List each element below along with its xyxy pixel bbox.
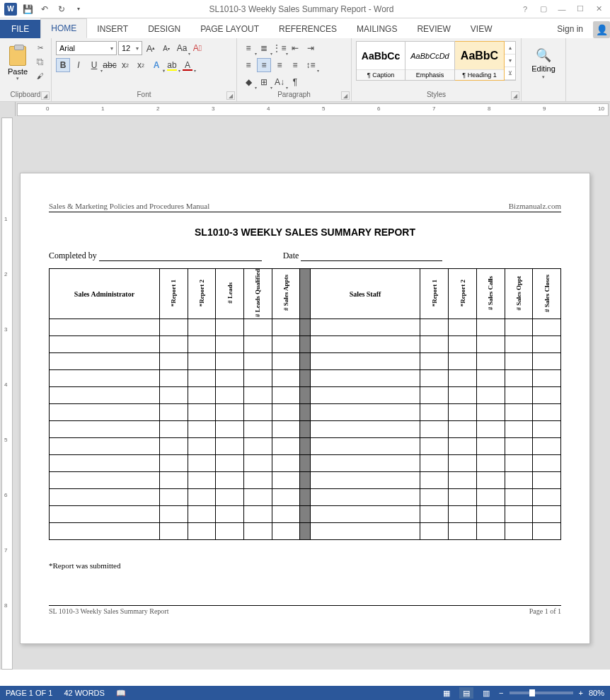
table-cell <box>300 404 310 421</box>
multilevel-list-button[interactable]: ⋮≡ <box>272 41 287 55</box>
shading-button[interactable]: ◆ <box>241 75 255 89</box>
view-print-layout[interactable]: ▤ <box>459 687 473 699</box>
save-button[interactable]: 💾 <box>20 1 35 17</box>
table-cell <box>272 353 300 370</box>
status-page[interactable]: PAGE 1 OF 1 <box>6 689 52 697</box>
styles-dialog-launcher[interactable]: ◢ <box>511 91 519 100</box>
font-size-combo[interactable]: 12▾ <box>118 41 142 55</box>
sign-in-link[interactable]: Sign in <box>550 20 590 38</box>
view-web-layout[interactable]: ▥ <box>479 687 493 699</box>
ribbon-display-options[interactable]: ▢ <box>535 2 552 16</box>
tab-review[interactable]: REVIEW <box>407 20 460 38</box>
zoom-in-button[interactable]: + <box>579 689 583 697</box>
user-avatar-icon[interactable]: 👤 <box>593 21 610 38</box>
qat-customize[interactable]: ▾ <box>71 1 86 17</box>
view-read-mode[interactable]: ▦ <box>439 687 454 699</box>
redo-button[interactable]: ↻ <box>54 1 69 17</box>
ruler-vertical[interactable]: 12345678 <box>1 117 13 670</box>
table-cell <box>449 404 477 421</box>
numbering-button[interactable]: ≣ <box>257 41 271 55</box>
clear-formatting-button[interactable]: A⃠ <box>190 41 205 55</box>
undo-button[interactable]: ↶ <box>37 1 52 17</box>
sort-button[interactable]: A↓ <box>272 75 287 89</box>
line-spacing-button[interactable]: ↕≡ <box>304 58 318 72</box>
superscript-button[interactable]: x2 <box>134 58 148 72</box>
increase-indent-button[interactable]: ⇥ <box>304 41 318 55</box>
align-left-button[interactable]: ≡ <box>241 58 255 72</box>
close-button[interactable]: ✕ <box>590 2 607 16</box>
tab-page-layout[interactable]: PAGE LAYOUT <box>190 20 269 38</box>
style-caption[interactable]: AaBbCc ¶ Caption <box>356 41 405 81</box>
table-cell <box>533 489 561 506</box>
align-right-button[interactable]: ≡ <box>272 58 287 72</box>
word-app-icon[interactable]: W <box>3 1 18 17</box>
cut-button[interactable]: ✂ <box>34 41 47 54</box>
tab-file[interactable]: FILE <box>0 20 40 38</box>
group-label-styles: Styles <box>356 91 517 100</box>
table-cell <box>420 336 449 353</box>
underline-button[interactable]: U <box>87 58 101 72</box>
table-cell <box>476 370 505 387</box>
help-button[interactable]: ? <box>517 2 534 16</box>
text-effects-button[interactable]: A <box>149 58 163 72</box>
editing-label[interactable]: Editing <box>531 64 556 73</box>
document-scroll[interactable]: Sales & Marketing Policies and Procedure… <box>16 116 610 670</box>
paragraph-dialog-launcher[interactable]: ◢ <box>341 91 350 100</box>
styles-scroll-down[interactable]: ▾ <box>505 54 515 67</box>
table-row <box>50 404 561 421</box>
font-color-button[interactable]: A <box>180 58 195 72</box>
page[interactable]: Sales & Marketing Policies and Procedure… <box>20 173 590 644</box>
grow-font-button[interactable]: A▴ <box>144 41 158 55</box>
maximize-button[interactable]: ☐ <box>572 2 589 16</box>
shrink-font-button[interactable]: A▾ <box>159 41 173 55</box>
decrease-indent-button[interactable]: ⇤ <box>288 41 302 55</box>
col-sales-oppt: # Sales Oppt <box>505 269 533 319</box>
styles-expand[interactable]: ⊻ <box>505 67 515 80</box>
format-painter-button[interactable]: 🖌 <box>34 69 47 82</box>
zoom-level[interactable]: 80% <box>589 689 604 697</box>
highlight-button[interactable]: ab <box>165 58 179 72</box>
styles-gallery-scroll[interactable]: ▴ ▾ ⊻ <box>505 41 516 81</box>
table-cell <box>505 438 533 455</box>
tab-home[interactable]: HOME <box>40 18 87 38</box>
tab-references[interactable]: REFERENCES <box>269 20 347 38</box>
styles-scroll-up[interactable]: ▴ <box>505 42 515 54</box>
find-icon[interactable]: 🔍 <box>536 47 551 63</box>
ruler-horizontal[interactable]: 012345678910 <box>17 103 609 116</box>
tab-design[interactable]: DESIGN <box>138 20 190 38</box>
status-words[interactable]: 42 WORDS <box>64 689 104 697</box>
justify-button[interactable]: ≡ <box>288 58 302 72</box>
tab-insert[interactable]: INSERT <box>87 20 138 38</box>
table-cell <box>420 489 449 506</box>
copy-button[interactable]: ⿻ <box>34 55 47 68</box>
table-cell <box>216 404 244 421</box>
font-dialog-launcher[interactable]: ◢ <box>226 91 235 100</box>
show-hide-button[interactable]: ¶ <box>288 75 302 89</box>
table-cell <box>505 523 533 540</box>
table-cell <box>476 455 505 472</box>
borders-button[interactable]: ⊞ <box>257 75 271 89</box>
font-name-combo[interactable]: Arial▾ <box>56 41 117 55</box>
status-proofing-icon[interactable]: 📖 <box>116 689 126 698</box>
ruler-vertical-area: 12345678 <box>0 116 16 670</box>
style-emphasis[interactable]: AaBbCcDd Emphasis <box>405 41 455 81</box>
zoom-slider[interactable] <box>510 692 573 694</box>
strikethrough-button[interactable]: abc <box>103 58 117 72</box>
style-heading-1[interactable]: AaBbC ¶ Heading 1 <box>455 41 505 81</box>
italic-button[interactable]: I <box>71 58 86 72</box>
table-cell <box>50 472 160 489</box>
bullets-button[interactable]: ≡ <box>241 41 255 55</box>
change-case-button[interactable]: Aa <box>175 41 189 55</box>
bold-button[interactable]: B <box>56 58 70 72</box>
align-center-button[interactable]: ≡ <box>257 58 271 72</box>
table-cell <box>533 421 561 438</box>
paste-button[interactable]: Paste ▾ <box>4 41 31 86</box>
minimize-button[interactable]: — <box>553 2 570 16</box>
quick-access-toolbar: W 💾 ↶ ↻ ▾ <box>3 1 86 17</box>
zoom-out-button[interactable]: − <box>499 689 503 697</box>
table-cell <box>300 455 310 472</box>
subscript-button[interactable]: x2 <box>118 58 132 72</box>
tab-view[interactable]: VIEW <box>461 20 502 38</box>
tab-mailings[interactable]: MAILINGS <box>347 20 407 38</box>
clipboard-dialog-launcher[interactable]: ◢ <box>41 91 50 100</box>
